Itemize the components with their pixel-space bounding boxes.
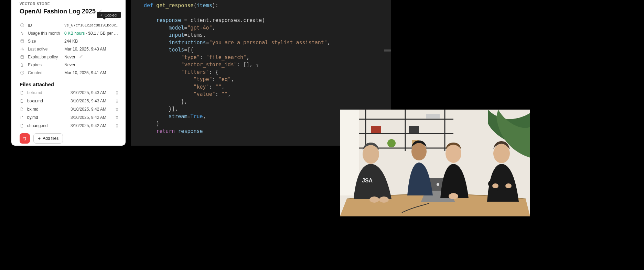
- video-overlay[interactable]: JSA: [340, 110, 530, 216]
- svg-point-1: [21, 40, 24, 41]
- clock-icon: [20, 70, 24, 75]
- meta-row-usage: Usage this month 0 KB hours · $0.1 / GB …: [20, 29, 120, 37]
- activity-icon: [20, 31, 24, 36]
- file-icon: [20, 99, 24, 103]
- panel-eyebrow: VECTOR STORE: [20, 2, 120, 6]
- file-row[interactable]: bx.md 3/10/2025, 9:42 AM: [20, 105, 120, 113]
- file-icon: [20, 124, 24, 128]
- file-date: 3/10/2025, 9:42 AM: [71, 115, 114, 120]
- svg-rect-12: [371, 126, 381, 133]
- meta-label: Last active: [28, 47, 61, 52]
- file-icon: [20, 115, 24, 120]
- file-name: by.md: [27, 115, 71, 120]
- file-name: bx.md: [27, 107, 71, 112]
- file-date: 3/10/2025, 9:42 AM: [71, 107, 114, 112]
- signal-icon: [20, 47, 24, 52]
- svg-point-23: [411, 143, 427, 160]
- meta-label: Expires: [28, 63, 61, 67]
- svg-point-21: [369, 196, 379, 203]
- info-icon: [20, 23, 24, 28]
- svg-rect-13: [409, 126, 419, 133]
- trash-icon[interactable]: [114, 91, 120, 95]
- file-name: boxu.md: [27, 99, 71, 103]
- meta-row-created: Created Mar 10, 2025, 9:41 AM: [20, 69, 120, 77]
- file-row[interactable]: betn.md 3/10/2025, 9:43 AM: [20, 89, 120, 97]
- trash-icon[interactable]: [114, 115, 120, 120]
- calendar-icon: [20, 55, 24, 59]
- meta-value-usage: 0 KB hours · $0.1 / GB per day: [64, 31, 120, 36]
- file-icon: [20, 107, 24, 111]
- meta-value-id[interactable]: vs_67cf161c2ac88191bd8ceb0c4d: [64, 23, 120, 27]
- trash-icon[interactable]: [114, 124, 120, 128]
- svg-point-14: [387, 139, 396, 147]
- meta-value-last: Mar 10, 2025, 9:43 AM: [64, 47, 120, 52]
- svg-point-19: [363, 145, 379, 164]
- plus-icon: +: [38, 136, 41, 141]
- file-date: 3/10/2025, 9:43 AM: [71, 90, 114, 95]
- svg-point-25: [449, 193, 458, 199]
- copied-tooltip: ✓ Copied!: [97, 12, 121, 18]
- meta-value-expires: Never: [64, 63, 120, 67]
- meta-label: Expiration policy: [28, 55, 61, 59]
- file-icon: [20, 91, 24, 95]
- svg-rect-2: [21, 56, 24, 59]
- pencil-icon[interactable]: [79, 55, 83, 59]
- svg-point-26: [493, 144, 510, 163]
- svg-text:JSA: JSA: [362, 178, 373, 183]
- trash-icon[interactable]: [114, 99, 120, 103]
- meta-value-policy: Never: [64, 54, 120, 59]
- meta-label: Size: [28, 39, 61, 44]
- trash-icon[interactable]: [114, 107, 120, 111]
- svg-point-18: [437, 183, 439, 186]
- file-date: 3/10/2025, 9:43 AM: [71, 99, 114, 103]
- file-row[interactable]: by.md 3/10/2025, 9:42 AM: [20, 113, 120, 122]
- vector-store-panel: VECTOR STORE OpenAI Fashion Log 2025 ✓ C…: [11, 0, 126, 146]
- file-date: 3/10/2025, 9:42 AM: [71, 123, 114, 128]
- hourglass-icon: [20, 63, 24, 67]
- delete-store-button[interactable]: [20, 133, 30, 144]
- check-icon: ✓: [100, 13, 103, 17]
- svg-point-24: [446, 144, 461, 163]
- svg-rect-5: [340, 110, 359, 195]
- database-icon: [20, 39, 24, 44]
- files-attached-header: Files attached: [20, 81, 126, 87]
- svg-point-22: [379, 196, 389, 203]
- file-name: betn.md: [27, 90, 71, 95]
- meta-label: Usage this month: [28, 31, 61, 36]
- add-files-label: Add files: [43, 136, 58, 141]
- meta-label: ID: [28, 23, 61, 28]
- add-files-button[interactable]: + Add files: [33, 133, 63, 144]
- meta-value-created: Mar 10, 2025, 9:41 AM: [64, 70, 120, 75]
- meta-value-size: 244 KB: [64, 39, 120, 44]
- meta-row-size: Size 244 KB: [20, 37, 120, 45]
- meta-list: ID vs_67cf161c2ac88191bd8ceb0c4d Usage t…: [20, 21, 120, 77]
- copied-label: Copied!: [105, 13, 118, 17]
- minimap-thumb[interactable]: [384, 49, 391, 52]
- meta-row-expires: Expires Never: [20, 61, 120, 69]
- panel-title: OpenAI Fashion Log 2025: [20, 8, 96, 15]
- meta-label: Created: [28, 70, 61, 75]
- svg-rect-16: [426, 114, 440, 119]
- file-row[interactable]: boxu.md 3/10/2025, 9:43 AM: [20, 97, 120, 105]
- file-list: betn.md 3/10/2025, 9:43 AM boxu.md 3/10/…: [11, 89, 126, 130]
- svg-point-27: [492, 183, 498, 188]
- svg-point-28: [505, 183, 512, 188]
- file-name: chuang.md: [27, 123, 71, 128]
- file-row[interactable]: chuang.md 3/10/2025, 9:42 AM: [20, 122, 120, 130]
- meta-row-id: ID vs_67cf161c2ac88191bd8ceb0c4d: [20, 21, 120, 29]
- meta-row-expiration-policy: Expiration policy Never: [20, 53, 120, 61]
- meta-row-last-active: Last active Mar 10, 2025, 9:43 AM: [20, 45, 120, 53]
